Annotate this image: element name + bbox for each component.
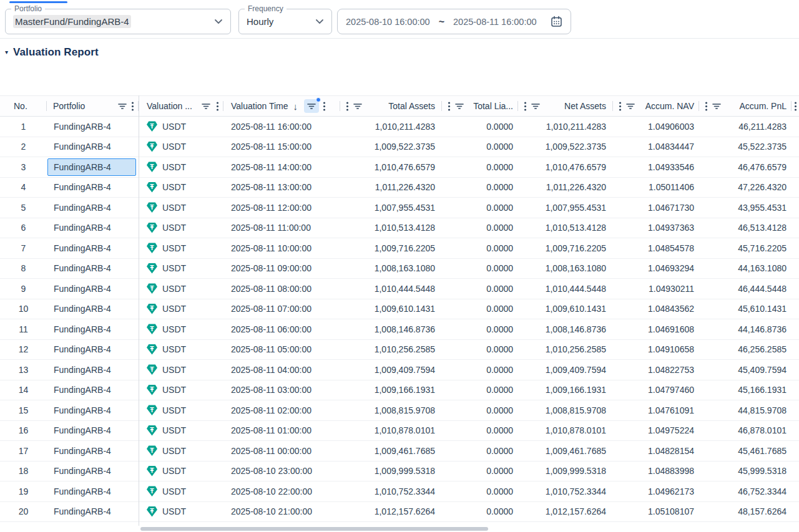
cell-valuation-time[interactable]: 2025-08-11 16:00:00 <box>223 117 340 137</box>
cell-total-liabilities[interactable]: 0.0000 <box>442 137 518 157</box>
portfolio-select[interactable]: Portfolio MasterFund/FundingARB-4 <box>5 9 231 34</box>
cell-net-assets[interactable]: 1,008,815.9708 <box>518 400 613 420</box>
cell-accum-pnl[interactable]: 46,476.6579 <box>699 157 792 177</box>
valuation-report-toggle[interactable]: ▾ Valuation Report <box>5 46 99 59</box>
cell-accum-pnl[interactable]: 44,146.8736 <box>699 319 792 339</box>
cell-valuation-currency[interactable]: T USDT <box>139 481 223 501</box>
cell-valuation-time[interactable]: 2025-08-11 02:00:00 <box>223 400 340 420</box>
cell-accum-nav[interactable]: 1.05108107 <box>613 502 699 522</box>
cell-total-assets[interactable]: 1,009,461.7685 <box>340 441 442 461</box>
cell-portfolio[interactable]: FundingARB-4 <box>47 380 139 400</box>
header-accum-pnl[interactable]: Accum. PnL <box>699 95 792 117</box>
cell-portfolio[interactable]: FundingARB-4 <box>47 178 139 198</box>
cell-valuation-currency[interactable]: T USDT <box>139 340 223 360</box>
cell-net-assets[interactable]: 1,009,522.3735 <box>518 137 613 157</box>
cell-accum-pnl[interactable]: 44,163.1080 <box>699 259 792 279</box>
cell-valuation-time[interactable]: 2025-08-11 13:00:00 <box>223 178 340 198</box>
cell-portfolio[interactable]: FundingARB-4 <box>47 238 139 258</box>
cell-portfolio[interactable]: FundingARB-4 <box>47 279 139 299</box>
cell-accum-pnl[interactable]: 45,610.1431 <box>699 299 792 319</box>
cell-total-liabilities[interactable]: 0.0000 <box>442 360 518 380</box>
cell-no[interactable]: 10 <box>0 299 47 319</box>
cell-net-assets[interactable]: 1,010,513.4128 <box>518 218 613 238</box>
cell-valuation-currency[interactable]: T USDT <box>139 502 223 522</box>
cell-accum-pnl[interactable]: 46,256.2585 <box>699 340 792 360</box>
cell-accum-pnl[interactable]: 45,999.5318 <box>699 462 792 481</box>
cell-valuation-currency[interactable]: T USDT <box>139 178 223 198</box>
filter-icon[interactable] <box>454 101 464 111</box>
cell-accum-pnl[interactable]: 47,226.4320 <box>699 178 792 198</box>
cell-total-assets[interactable]: 1,009,610.1431 <box>340 299 442 319</box>
cell-valuation-time[interactable]: 2025-08-11 03:00:00 <box>223 380 340 400</box>
cell-accum-nav[interactable]: 1.04975224 <box>613 421 699 441</box>
cell-accum-nav[interactable]: 1.04834447 <box>613 137 699 157</box>
cell-valuation-currency[interactable]: T USDT <box>139 238 223 258</box>
cell-total-liabilities[interactable]: 0.0000 <box>442 279 518 299</box>
cell-total-assets[interactable]: 1,011,226.4320 <box>340 178 442 198</box>
cell-valuation-time[interactable]: 2025-08-11 10:00:00 <box>223 238 340 258</box>
column-menu-icon[interactable] <box>705 101 708 112</box>
cell-total-liabilities[interactable]: 0.0000 <box>442 502 518 522</box>
cell-valuation-time[interactable]: 2025-08-11 06:00:00 <box>223 319 340 339</box>
cell-total-liabilities[interactable]: 0.0000 <box>442 178 518 198</box>
horizontal-scrollbar-thumb[interactable] <box>140 527 488 531</box>
frequency-select[interactable]: Frequency Hourly <box>238 9 332 34</box>
cell-accum-nav[interactable]: 1.04930211 <box>613 279 699 299</box>
cell-no[interactable]: 15 <box>0 400 47 420</box>
cell-no[interactable]: 11 <box>0 319 47 339</box>
cell-accum-pnl[interactable]: 46,211.4283 <box>699 117 792 137</box>
cell-no[interactable]: 17 <box>0 441 47 461</box>
cell-total-assets[interactable]: 1,009,166.1931 <box>340 380 442 400</box>
cell-accum-nav[interactable]: 1.04933546 <box>613 157 699 177</box>
cell-total-assets[interactable]: 1,010,211.4283 <box>340 117 442 137</box>
cell-valuation-currency[interactable]: T USDT <box>139 137 223 157</box>
cell-valuation-time[interactable]: 2025-08-11 07:00:00 <box>223 299 340 319</box>
cell-net-assets[interactable]: 1,010,752.3344 <box>518 481 613 501</box>
cell-accum-nav[interactable]: 1.04828154 <box>613 441 699 461</box>
cell-net-assets[interactable]: 1,009,716.2205 <box>518 238 613 258</box>
cell-net-assets[interactable]: 1,009,999.5318 <box>518 462 613 481</box>
header-valuation-time[interactable]: Valuation Time ↓ <box>223 95 340 117</box>
cell-accum-pnl[interactable]: 43,955.4531 <box>699 198 792 218</box>
header-no[interactable]: No. <box>0 95 47 117</box>
cell-accum-pnl[interactable]: 46,513.4128 <box>699 218 792 238</box>
cell-portfolio[interactable]: FundingARB-4 <box>47 218 139 238</box>
cell-portfolio[interactable]: FundingARB-4 <box>47 481 139 501</box>
cell-accum-nav[interactable]: 1.04906003 <box>613 117 699 137</box>
cell-valuation-time[interactable]: 2025-08-11 05:00:00 <box>223 340 340 360</box>
cell-valuation-time[interactable]: 2025-08-11 11:00:00 <box>223 218 340 238</box>
cell-total-assets[interactable]: 1,008,146.8736 <box>340 319 442 339</box>
cell-net-assets[interactable]: 1,010,476.6579 <box>518 157 613 177</box>
cell-portfolio[interactable]: FundingARB-4 <box>47 137 139 157</box>
cell-total-liabilities[interactable]: 0.0000 <box>442 259 518 279</box>
cell-total-assets[interactable]: 1,010,878.0101 <box>340 421 442 441</box>
cell-valuation-currency[interactable]: T USDT <box>139 279 223 299</box>
cell-portfolio[interactable]: FundingARB-4 <box>47 462 139 481</box>
date-range-end[interactable]: 2025-08-11 16:00:00 <box>453 17 537 27</box>
cell-accum-pnl[interactable]: 45,409.7594 <box>699 360 792 380</box>
cell-valuation-time[interactable]: 2025-08-11 15:00:00 <box>223 137 340 157</box>
cell-accum-nav[interactable]: 1.04843562 <box>613 299 699 319</box>
cell-total-liabilities[interactable]: 0.0000 <box>442 340 518 360</box>
cell-valuation-currency[interactable]: T USDT <box>139 360 223 380</box>
cell-total-assets[interactable]: 1,010,513.4128 <box>340 218 442 238</box>
cell-accum-nav[interactable]: 1.04691608 <box>613 319 699 339</box>
sort-desc-icon[interactable]: ↓ <box>293 101 298 112</box>
cell-valuation-currency[interactable]: T USDT <box>139 117 223 137</box>
cell-accum-pnl[interactable]: 45,522.3735 <box>699 137 792 157</box>
cell-valuation-currency[interactable]: T USDT <box>139 462 223 481</box>
cell-total-assets[interactable]: 1,009,999.5318 <box>340 462 442 481</box>
cell-total-liabilities[interactable]: 0.0000 <box>442 238 518 258</box>
cell-accum-nav[interactable]: 1.05011406 <box>613 178 699 198</box>
cell-valuation-currency[interactable]: T USDT <box>139 441 223 461</box>
column-menu-icon[interactable] <box>448 101 451 112</box>
cell-total-liabilities[interactable]: 0.0000 <box>442 462 518 481</box>
cell-total-liabilities[interactable]: 0.0000 <box>442 380 518 400</box>
cell-net-assets[interactable]: 1,010,211.4283 <box>518 117 613 137</box>
cell-total-liabilities[interactable]: 0.0000 <box>442 198 518 218</box>
cell-net-assets[interactable]: 1,009,461.7685 <box>518 441 613 461</box>
date-range-picker[interactable]: 2025-08-10 16:00:00 ~ 2025-08-11 16:00:0… <box>337 9 571 34</box>
cell-accum-nav[interactable]: 1.04854578 <box>613 238 699 258</box>
cell-total-assets[interactable]: 1,009,409.7594 <box>340 360 442 380</box>
cell-no[interactable]: 8 <box>0 259 47 279</box>
